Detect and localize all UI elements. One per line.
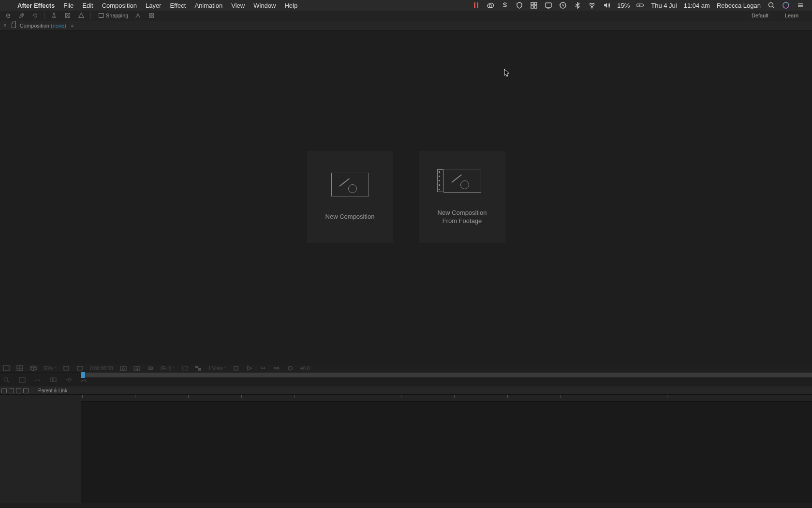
creative-cloud-icon[interactable]: [487, 1, 494, 9]
new-composition-footage-label: New Composition From Footage: [438, 209, 487, 225]
panel-menu-icon[interactable]: ≡: [71, 23, 73, 28]
hand-tool-icon[interactable]: [4, 11, 13, 20]
tl-graph-editor-icon[interactable]: [80, 376, 88, 383]
video-switch-icon[interactable]: [1, 388, 7, 393]
pen-tool-icon[interactable]: [17, 11, 26, 20]
wifi-icon[interactable]: [588, 1, 596, 9]
shield-icon[interactable]: [516, 1, 523, 9]
battery-charging-icon[interactable]: [636, 1, 644, 9]
s-app-icon[interactable]: [501, 1, 509, 9]
menu-view[interactable]: View: [231, 2, 245, 9]
channel-toggle-icon[interactable]: [16, 365, 23, 371]
solo-switch-icon[interactable]: [16, 388, 21, 393]
timeline-track-area[interactable]: [81, 402, 812, 503]
tl-frame-blend-icon[interactable]: [49, 376, 57, 383]
exposure-reset-icon[interactable]: [287, 365, 294, 371]
rectangle2-icon[interactable]: [76, 365, 83, 371]
panel-title-suffix: (none): [51, 23, 66, 29]
current-timecode[interactable]: 0:00:00:00: [90, 366, 113, 371]
color-mgmt-icon[interactable]: [147, 365, 154, 371]
menu-file[interactable]: File: [63, 2, 74, 9]
menu-layer[interactable]: Layer: [146, 2, 162, 9]
snapping-toggle[interactable]: Snapping: [99, 13, 129, 18]
timeline-source-area[interactable]: [0, 395, 81, 503]
snap-edge-icon[interactable]: [133, 11, 142, 20]
3d-camera-icon[interactable]: [30, 365, 37, 371]
viewer-status-bar: 50% 0:00:00:00 (Full) 1 View +0.0: [0, 364, 812, 373]
mouse-cursor-icon: [504, 69, 510, 78]
menu-animation[interactable]: Animation: [194, 2, 222, 9]
svg-rect-4: [531, 6, 533, 8]
control-center-icon[interactable]: [797, 1, 804, 9]
anchor-tool-icon[interactable]: [50, 11, 59, 20]
audio-switch-icon[interactable]: [9, 388, 14, 393]
tl-search-icon[interactable]: [3, 376, 11, 383]
app-name[interactable]: After Effects: [17, 2, 55, 9]
snapshot-icon[interactable]: [120, 365, 127, 371]
new-composition-button[interactable]: New Composition: [307, 151, 393, 243]
svg-rect-5: [534, 6, 537, 8]
timeline-link-icon[interactable]: [260, 365, 266, 371]
rotate-tool-icon[interactable]: [31, 11, 40, 20]
new-composition-from-footage-button[interactable]: New Composition From Footage: [419, 151, 505, 243]
svg-point-34: [136, 368, 138, 370]
siri-icon[interactable]: [782, 1, 790, 9]
timemachine-icon[interactable]: [559, 1, 567, 9]
bluetooth-icon[interactable]: [574, 1, 581, 9]
rectangle-icon[interactable]: [63, 365, 70, 371]
timeline-work-area[interactable]: [81, 373, 812, 377]
tl-comp-mini-icon[interactable]: [18, 376, 26, 383]
transparency-grid-icon[interactable]: [195, 365, 202, 371]
zoom-dropdown[interactable]: 50%: [44, 366, 56, 371]
grid-app-icon[interactable]: [530, 1, 538, 9]
lock-switch-icon[interactable]: [23, 388, 29, 393]
menu-composition[interactable]: Composition: [102, 2, 137, 9]
menu-window[interactable]: Window: [253, 2, 276, 9]
panel-lock-icon[interactable]: [12, 23, 16, 28]
menu-help[interactable]: Help: [284, 2, 297, 9]
menu-edit[interactable]: Edit: [82, 2, 93, 9]
fast-preview-icon[interactable]: [246, 365, 253, 371]
svg-rect-38: [195, 366, 198, 368]
svg-rect-3: [534, 2, 537, 5]
svg-rect-24: [151, 13, 153, 15]
menubar-time[interactable]: 11:04 am: [684, 2, 710, 9]
svg-rect-48: [50, 378, 53, 382]
panel-title-prefix: Composition: [20, 23, 49, 29]
pause-status-icon[interactable]: [472, 1, 480, 9]
snap-grid-icon[interactable]: [147, 11, 156, 20]
volume-icon[interactable]: [603, 1, 610, 9]
pixel-aspect-icon[interactable]: [233, 365, 239, 371]
timeline-ruler[interactable]: [81, 395, 812, 402]
resolution-dropdown[interactable]: (Full): [161, 366, 175, 371]
workspace-learn-button[interactable]: Learn: [782, 12, 801, 19]
panel-close-icon[interactable]: ×: [2, 23, 8, 28]
composition-viewer: New Composition New Composition From Foo…: [0, 31, 812, 364]
menu-effect[interactable]: Effect: [170, 2, 186, 9]
display-icon[interactable]: [545, 1, 552, 9]
tl-shy-icon[interactable]: [34, 376, 42, 383]
menubar-user[interactable]: Rebecca Logan: [717, 2, 761, 9]
svg-rect-23: [149, 13, 151, 15]
svg-point-12: [769, 3, 773, 7]
view-count-dropdown[interactable]: 1 View: [208, 366, 226, 371]
svg-point-20: [53, 13, 55, 15]
shape-tool-icon[interactable]: [77, 11, 86, 20]
flowchart-icon[interactable]: [273, 365, 280, 371]
show-snapshot-icon[interactable]: [133, 365, 140, 371]
battery-percent[interactable]: 15%: [617, 2, 630, 9]
exposure-value[interactable]: +0.0: [300, 366, 310, 371]
toolbar-divider: [44, 12, 45, 19]
snapping-checkbox[interactable]: [99, 13, 103, 18]
workspace-default-button[interactable]: Default: [749, 12, 771, 19]
spotlight-search-icon[interactable]: [768, 1, 775, 9]
roi-icon[interactable]: [181, 365, 188, 371]
mask-tool-icon[interactable]: [63, 11, 72, 20]
svg-rect-2: [531, 2, 533, 5]
svg-point-41: [274, 367, 276, 369]
new-composition-label: New Composition: [325, 213, 375, 221]
alpha-toggle-icon[interactable]: [3, 365, 10, 371]
tl-motion-blur-icon[interactable]: [65, 376, 73, 383]
svg-point-45: [4, 377, 8, 381]
menubar-date[interactable]: Thu 4 Jul: [651, 2, 677, 9]
